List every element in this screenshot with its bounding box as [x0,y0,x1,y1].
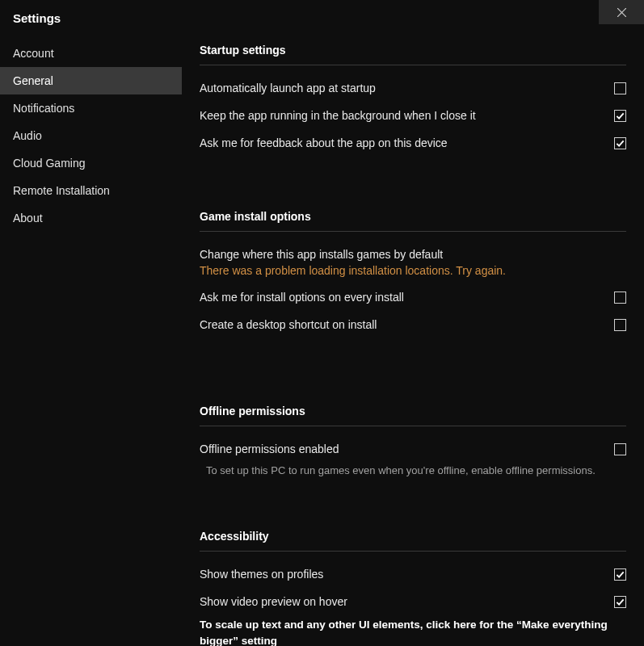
sidebar-item-remote-installation[interactable]: Remote Installation [0,177,182,204]
label-video-preview: Show video preview on hover [200,595,347,608]
row-feedback: Ask me for feedback about the app on thi… [200,129,626,157]
label-desktop-shortcut: Create a desktop shortcut on install [200,318,377,331]
content-panel: Startup settings Automatically launch ap… [182,0,644,646]
checkbox-offline-enabled[interactable] [614,443,626,455]
checkbox-launch-at-startup[interactable] [614,82,626,94]
row-ask-install-options: Ask me for install options on every inst… [200,283,626,311]
row-video-preview: Show video preview on hover [200,588,626,615]
row-offline-enabled: Offline permissions enabled [200,426,626,463]
checkbox-ask-install-options[interactable] [614,292,626,304]
section-title-offline: Offline permissions [200,377,626,426]
checkbox-themes-profiles[interactable] [614,568,626,581]
checkbox-video-preview[interactable] [614,596,626,608]
section-accessibility: Accessibility Show themes on profiles Sh… [200,502,626,646]
checkbox-feedback[interactable] [614,137,626,149]
section-offline: Offline permissions Offline permissions … [200,377,626,476]
sidebar-item-account[interactable]: Account [0,40,182,67]
hint-offline: To set up this PC to run games even when… [200,463,626,476]
sidebar-item-audio[interactable]: Audio [0,122,182,149]
row-themes-profiles: Show themes on profiles [200,552,626,588]
sidebar-item-general[interactable]: General [0,67,182,94]
sidebar-item-notifications[interactable]: Notifications [0,94,182,122]
label-background-running: Keep the app running in the background w… [200,109,476,122]
link-scale-ui[interactable]: To scale up text and any other UI elemen… [200,615,626,646]
sidebar-item-cloud-gaming[interactable]: Cloud Gaming [0,149,182,177]
row-launch-at-startup: Automatically launch app at startup [200,65,626,102]
section-title-startup: Startup settings [200,16,626,65]
checkbox-background-running[interactable] [614,110,626,122]
error-install-locations[interactable]: There was a problem loading installation… [200,262,626,283]
checkbox-desktop-shortcut[interactable] [614,319,626,331]
sidebar-item-about[interactable]: About [0,204,182,232]
label-launch-at-startup: Automatically launch app at startup [200,82,376,94]
section-startup: Startup settings Automatically launch ap… [200,16,626,157]
label-feedback: Ask me for feedback about the app on thi… [200,136,448,149]
section-install: Game install options Change where this a… [200,182,626,338]
label-themes-profiles: Show themes on profiles [200,568,323,581]
row-background-running: Keep the app running in the background w… [200,102,626,129]
label-change-install-location: Change where this app installs games by … [200,232,626,262]
row-desktop-shortcut: Create a desktop shortcut on install [200,311,626,338]
label-ask-install-options: Ask me for install options on every inst… [200,291,404,304]
section-title-install: Game install options [200,182,626,232]
label-offline-enabled: Offline permissions enabled [200,443,339,455]
sidebar: Settings Account General Notifications A… [0,0,182,646]
section-title-accessibility: Accessibility [200,502,626,552]
page-title: Settings [0,0,182,40]
